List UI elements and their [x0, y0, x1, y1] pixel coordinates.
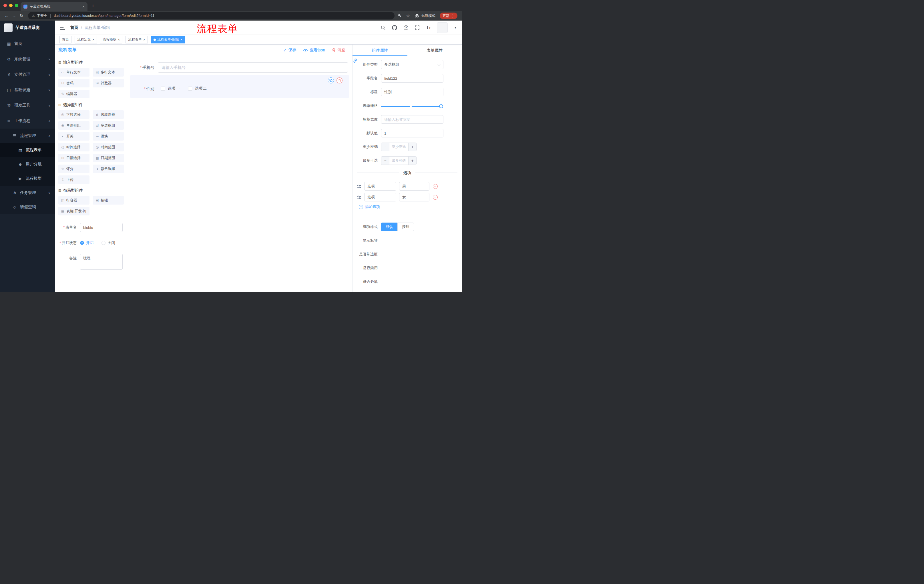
sidebar-item-infrastructure[interactable]: 基础设施: [0, 82, 55, 98]
sidebar-item-dev-tools[interactable]: 研发工具: [0, 98, 55, 113]
phone-input[interactable]: [158, 62, 348, 72]
reload-icon[interactable]: ↻: [18, 13, 25, 18]
option-value-input[interactable]: [399, 193, 429, 201]
close-icon[interactable]: ×: [118, 38, 120, 41]
palette-item-date-range[interactable]: 日期范围: [93, 154, 124, 162]
tag-process-definition[interactable]: 流程定义 ×: [74, 36, 97, 43]
app-logo[interactable]: 芋道管理系统: [0, 21, 55, 35]
tab-component-props[interactable]: 组件属性: [353, 44, 408, 56]
browser-tab[interactable]: 芋道管理系统 ×: [21, 2, 87, 11]
sidebar-item-process-model[interactable]: 流程模型: [0, 171, 55, 186]
sidebar-toggle-button[interactable]: [60, 25, 65, 30]
tag-process-form[interactable]: 流程表单 ×: [125, 36, 148, 43]
palette-item-time-range[interactable]: 时间范围: [93, 143, 124, 151]
increase-button[interactable]: +: [408, 143, 416, 151]
palette-item-counter[interactable]: 计数器: [93, 79, 124, 87]
add-option-button[interactable]: 添加选项: [359, 204, 457, 209]
drag-handle-icon[interactable]: [357, 195, 361, 199]
status-off-radio[interactable]: 关闭: [101, 238, 115, 247]
fullscreen-icon[interactable]: [415, 25, 420, 30]
palette-item-multi-line-text[interactable]: 多行文本: [93, 68, 124, 77]
user-menu-caret-icon[interactable]: ▼: [454, 26, 457, 29]
link-icon[interactable]: [353, 58, 358, 64]
font-size-icon[interactable]: TT: [426, 25, 431, 30]
palette-item-button[interactable]: 按钮: [93, 196, 124, 204]
tag-home[interactable]: 首页: [59, 36, 71, 43]
close-icon[interactable]: ×: [143, 38, 145, 41]
palette-item-color-picker[interactable]: 颜色选择: [93, 165, 124, 173]
update-browser-button[interactable]: 更新 ⋮: [440, 13, 457, 19]
style-button-button[interactable]: 按钮: [398, 222, 414, 231]
palette-item-table[interactable]: 表格[开发中]: [58, 207, 89, 216]
password-key-icon[interactable]: [398, 13, 402, 18]
sidebar-item-process-manage[interactable]: 流程管理: [0, 128, 55, 143]
save-button[interactable]: 保存: [283, 48, 297, 53]
label-width-input[interactable]: [381, 115, 444, 124]
palette-item-row-container[interactable]: 行容器: [58, 196, 89, 204]
remove-option-icon[interactable]: [433, 184, 438, 189]
palette-item-upload[interactable]: 上传: [58, 175, 89, 184]
palette-item-radio-group[interactable]: 单选框组: [58, 121, 89, 130]
option-label-input[interactable]: [364, 182, 396, 191]
close-icon[interactable]: ×: [180, 38, 182, 41]
default-value-input[interactable]: [381, 129, 444, 137]
help-icon[interactable]: ?: [403, 25, 409, 30]
close-icon[interactable]: ×: [92, 38, 94, 41]
palette-item-cascader[interactable]: 级联选择: [93, 110, 124, 119]
github-icon[interactable]: [392, 25, 397, 30]
status-on-radio[interactable]: 开启: [80, 238, 94, 247]
option-value-input[interactable]: [399, 182, 429, 191]
delete-widget-button[interactable]: [337, 77, 343, 84]
search-icon[interactable]: [381, 25, 386, 30]
palette-item-editor[interactable]: 编辑器: [58, 90, 89, 98]
decrease-button[interactable]: −: [381, 143, 389, 151]
forward-icon[interactable]: →: [10, 13, 18, 18]
close-window-button[interactable]: [3, 4, 7, 7]
address-bar[interactable]: 不安全 dashboard.yudao.iocoder.cn/bpm/manag…: [28, 12, 394, 20]
sidebar-item-task-manage[interactable]: 任务管理: [0, 186, 55, 200]
maximize-window-button[interactable]: [15, 4, 18, 7]
slider-track[interactable]: [381, 106, 441, 107]
palette-item-password[interactable]: 密码: [58, 79, 89, 87]
checkbox-option-2[interactable]: 选项二: [188, 86, 207, 91]
palette-item-select[interactable]: 下拉选择: [58, 110, 89, 119]
checkbox-option-1[interactable]: 选项一: [161, 86, 180, 91]
close-tab-icon[interactable]: ×: [82, 5, 85, 8]
palette-item-single-line-text[interactable]: 单行文本: [58, 68, 89, 77]
tab-form-props[interactable]: 表单属性: [408, 44, 462, 56]
canvas-field-gender-selected[interactable]: 性别 选项一 选项二: [130, 75, 349, 98]
palette-item-switch[interactable]: 开关: [58, 132, 89, 141]
palette-item-rate[interactable]: 评分: [58, 165, 89, 173]
palette-item-slider[interactable]: 滑块: [93, 132, 124, 141]
slider-handle[interactable]: [439, 104, 443, 108]
component-type-select[interactable]: 多选框组: [381, 60, 444, 69]
increase-button[interactable]: +: [408, 156, 416, 165]
drag-handle-icon[interactable]: [357, 184, 361, 189]
clear-button[interactable]: 清空: [332, 48, 345, 53]
avatar[interactable]: [437, 22, 448, 33]
min-select-value[interactable]: 至少应选: [389, 143, 408, 151]
style-default-button[interactable]: 默认: [381, 222, 398, 231]
sidebar-item-workflow[interactable]: 工作流程: [0, 113, 55, 128]
remove-option-icon[interactable]: [433, 195, 438, 200]
grid-slider[interactable]: [381, 104, 444, 107]
breadcrumb-home[interactable]: 首页: [70, 25, 78, 30]
new-tab-button[interactable]: +: [91, 3, 95, 8]
sidebar-item-payment-manage[interactable]: 支付管理: [0, 67, 55, 82]
sidebar-item-system-manage[interactable]: 系统管理: [0, 51, 55, 67]
option-label-input[interactable]: [364, 193, 396, 201]
bookmark-star-icon[interactable]: ☆: [406, 13, 410, 18]
sidebar-item-user-group[interactable]: 用户分组: [0, 157, 55, 171]
max-select-value[interactable]: 最多可选: [389, 156, 408, 165]
palette-item-date-picker[interactable]: 日期选择: [58, 154, 89, 162]
tag-process-form-edit[interactable]: 流程表单-编辑 ×: [151, 36, 185, 43]
browser-menu-icon[interactable]: ⋮: [451, 14, 455, 18]
form-remark-textarea[interactable]: 嘿嘿: [80, 254, 123, 270]
palette-item-checkbox-group[interactable]: 多选框组: [93, 121, 124, 130]
field-name-input[interactable]: [381, 74, 444, 82]
title-input[interactable]: [381, 88, 444, 96]
minimize-window-button[interactable]: [9, 4, 13, 7]
form-canvas[interactable]: 手机号: [127, 56, 352, 292]
palette-item-time-picker[interactable]: 时间选择: [58, 143, 89, 151]
sidebar-item-leave-query[interactable]: 请假查询: [0, 200, 55, 214]
